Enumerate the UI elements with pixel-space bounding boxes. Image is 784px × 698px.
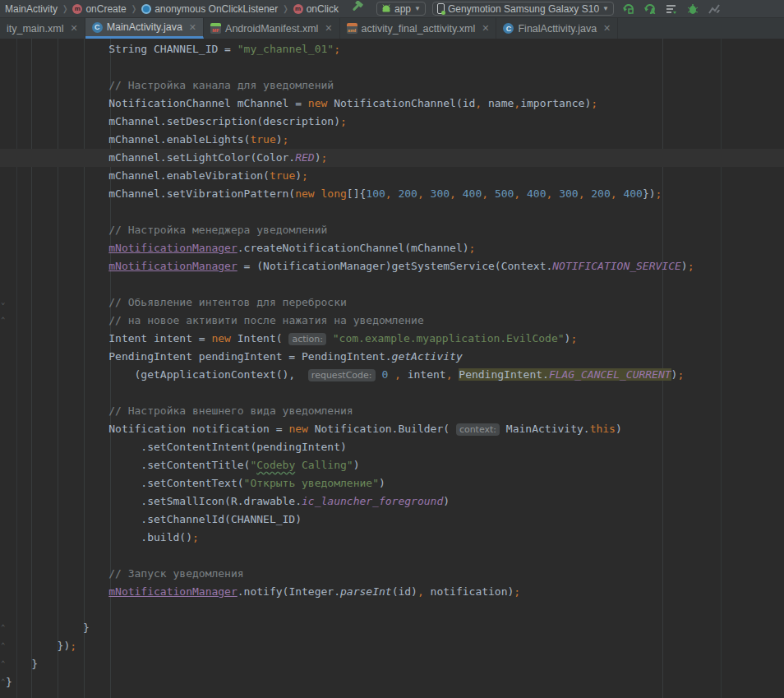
code-line[interactable]: .setContentTitle("Codeby Calling")	[0, 456, 784, 474]
code-line[interactable]: mChannel.enableLights(true);	[0, 131, 784, 149]
debug-icon[interactable]	[686, 2, 700, 16]
code-token: mNotificationManager	[108, 585, 238, 598]
code-line[interactable]: // Настройка менеджера уведомлений	[0, 221, 784, 239]
code-line[interactable]	[0, 601, 784, 619]
code-line[interactable]: .build();	[0, 529, 784, 547]
tab-label: ity_main.xml	[7, 23, 63, 35]
ide-window: MainActivity❭monCreate❭anonymous OnClick…	[0, 0, 784, 698]
code-line[interactable]: mChannel.setDescription(description);	[0, 113, 784, 131]
code-line[interactable]: // Обьявление интентов для переброски	[0, 294, 784, 312]
code-line[interactable]: // Настройка канала для уведомлений	[0, 76, 784, 95]
code-token: 300	[559, 187, 578, 200]
apply-code-changes-icon[interactable]: A	[643, 2, 657, 16]
svg-text:A: A	[650, 8, 656, 16]
code-token: .notify(Integer.	[238, 585, 340, 598]
code-line[interactable]: .setSmallIcon(R.drawable.ic_launcher_for…	[0, 492, 784, 511]
code-line[interactable]: mChannel.enableVibration(true);	[0, 167, 784, 185]
code-line[interactable]: mChannel.setVibrationPattern(new long[]{…	[0, 185, 784, 203]
code-token: ,	[611, 187, 617, 200]
tab-activity-final-acttivity-xml[interactable]: xmlactivity_final_acttivity.xml✕	[340, 18, 497, 39]
code-token: .createNotificationChannel(mChannel)	[238, 242, 469, 254]
code-token: name	[482, 97, 514, 109]
code-token: Codeby	[256, 459, 295, 471]
close-tab-icon[interactable]: ✕	[603, 23, 611, 34]
code-token: "Открыть уведомление"	[244, 477, 379, 489]
fold-marker-icon[interactable]: ⌃	[1, 642, 8, 649]
fold-marker-icon[interactable]: ⌃	[1, 660, 8, 668]
close-tab-icon[interactable]: ✕	[70, 23, 77, 34]
code-token: ;	[677, 368, 684, 381]
fold-marker-icon[interactable]: ⌄	[1, 298, 8, 306]
code-line[interactable]: }	[0, 655, 784, 673]
tab-ity-main-xml[interactable]: ity_main.xml✕	[0, 18, 85, 39]
breadcrumb-item-oncreate[interactable]: monCreate	[71, 3, 127, 15]
code-line[interactable]: Intent intent = new Intent( action: "com…	[0, 330, 784, 348]
profiler-icon[interactable]	[708, 2, 722, 16]
code-token: 300	[431, 187, 450, 200]
code-line[interactable]: NotificationChannel mChannel = new Notif…	[0, 95, 784, 113]
close-tab-icon[interactable]: ✕	[325, 23, 332, 34]
breadcrumb-item-mainactivity[interactable]: MainActivity	[3, 3, 59, 15]
chevron-down-icon: ▼	[414, 5, 421, 12]
breadcrumb-item-anonymous-onclicklistener[interactable]: anonymous OnClickListener	[140, 3, 279, 15]
code-line[interactable]	[0, 58, 784, 76]
code-line[interactable]	[0, 203, 784, 221]
code-line[interactable]: // Настройка внешнего вида уведомления	[0, 402, 784, 420]
code-line[interactable]: .setChannelId(CHANNEL_ID)	[0, 511, 784, 529]
code-line[interactable]: PendingIntent pendingIntent = PendingInt…	[0, 348, 784, 366]
code-line[interactable]	[0, 275, 784, 294]
code-line[interactable]: }	[0, 673, 784, 691]
code-token: Calling"	[295, 459, 353, 471]
code-token: new	[211, 332, 230, 344]
code-line[interactable]: String CHANNEL_ID = "my_channel_01";	[0, 40, 784, 58]
tab-finalacttivity-java[interactable]: CFinalActtivity.java✕	[496, 18, 618, 39]
code-token: true	[270, 169, 295, 182]
code-line[interactable]: mNotificationManager = (NotificationMana…	[0, 257, 784, 275]
code-token: ,	[475, 97, 482, 109]
close-tab-icon[interactable]: ✕	[482, 23, 489, 34]
code-line[interactable]: (getApplicationContext(), requestCode: 0…	[0, 366, 784, 384]
code-line[interactable]: .setContentText("Открыть уведомление")	[0, 474, 784, 492]
code-line[interactable]: .setContentIntent(pendingIntent)	[0, 438, 784, 456]
code-line[interactable]: mNotificationManager.notify(Integer.pars…	[0, 583, 784, 601]
code-line[interactable]: // Запуск уведомления	[0, 565, 784, 583]
chevron-down-icon: ▼	[602, 5, 609, 12]
code-editor[interactable]: String CHANNEL_ID = "my_channel_01"; // …	[0, 39, 784, 698]
code-line[interactable]	[0, 384, 784, 402]
code-token: // Настройка менеджера уведомлений	[108, 224, 327, 236]
code-token	[326, 332, 333, 344]
build-hammer-icon[interactable]	[352, 1, 365, 16]
device-select[interactable]: Genymotion Samsung Galaxy S10 ▼	[432, 2, 614, 16]
code-token	[6, 224, 108, 236]
apply-changes-icon[interactable]	[622, 2, 636, 16]
code-line[interactable]	[0, 547, 784, 565]
code-token: long	[321, 187, 347, 200]
code-line[interactable]: mNotificationManager.createNotificationC…	[0, 239, 784, 257]
code-line[interactable]: });	[0, 637, 784, 655]
code-token	[6, 242, 108, 254]
run-configuration-select[interactable]: app ▼	[376, 2, 426, 16]
code-token: mChannel.enableVibration(	[6, 169, 270, 182]
code-token: RED	[295, 151, 314, 164]
code-line[interactable]: Notification notification = new Notifica…	[0, 420, 784, 438]
code-token: mNotificationManager	[108, 242, 238, 254]
breadcrumb-item-onclick[interactable]: monClick	[292, 3, 340, 15]
code-token: 200	[398, 187, 417, 200]
tab-androidmanifest-xml[interactable]: MFAndroidManifest.xml✕	[204, 18, 339, 39]
fold-marker-icon[interactable]: ⌃	[1, 317, 8, 324]
code-line[interactable]: // на новое активити после нажатия на ув…	[0, 312, 784, 330]
fold-marker-icon[interactable]: ⌃	[1, 624, 8, 631]
tab-mainactivity-java[interactable]: CMainActivity.java✕	[85, 18, 204, 39]
code-token: )	[295, 169, 302, 182]
code-token: getActivity	[392, 350, 463, 363]
code-token: .setContentText(	[6, 477, 244, 489]
code-line[interactable]: mChannel.setLightColor(Color.RED);	[0, 149, 784, 167]
close-tab-icon[interactable]: ✕	[189, 22, 196, 33]
code-line[interactable]: }	[0, 619, 784, 637]
fold-marker-icon[interactable]: ⌃	[1, 678, 8, 686]
navigation-toolbar: MainActivity❭monCreate❭anonymous OnClick…	[0, 0, 784, 18]
code-area[interactable]: String CHANNEL_ID = "my_channel_01"; // …	[0, 40, 784, 691]
build-variants-icon[interactable]	[665, 2, 679, 16]
code-token: ;	[591, 97, 597, 109]
code-token: 200	[591, 187, 610, 200]
